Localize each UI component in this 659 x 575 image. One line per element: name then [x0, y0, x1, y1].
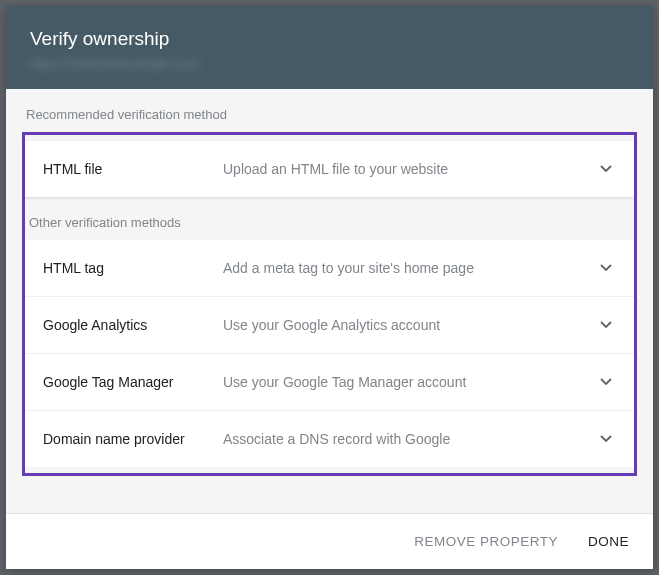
method-description: Use your Google Analytics account — [223, 317, 596, 333]
verify-ownership-dialog: Verify ownership https://redactedexample… — [6, 6, 653, 569]
other-section-label: Other verification methods — [25, 215, 634, 230]
method-name: Google Analytics — [43, 317, 223, 333]
method-name: Domain name provider — [43, 431, 223, 447]
highlight-annotation: HTML file Upload an HTML file to your we… — [22, 132, 637, 476]
method-name: HTML file — [43, 161, 223, 177]
chevron-down-icon — [596, 372, 616, 392]
method-name: HTML tag — [43, 260, 223, 276]
method-domain-provider[interactable]: Domain name provider Associate a DNS rec… — [25, 411, 634, 467]
method-html-tag[interactable]: HTML tag Add a meta tag to your site's h… — [25, 240, 634, 297]
dialog-subtitle: https://redactedexample.com/ — [30, 56, 629, 71]
dialog-header: Verify ownership https://redactedexample… — [6, 6, 653, 89]
method-description: Use your Google Tag Manager account — [223, 374, 596, 390]
chevron-down-icon — [596, 258, 616, 278]
chevron-down-icon — [596, 315, 616, 335]
dialog-body: Recommended verification method HTML fil… — [6, 89, 653, 513]
other-methods-section: Other verification methods HTML tag Add … — [25, 215, 634, 467]
method-description: Add a meta tag to your site's home page — [223, 260, 596, 276]
chevron-down-icon — [596, 429, 616, 449]
dialog-footer: REMOVE PROPERTY DONE — [6, 513, 653, 569]
method-google-analytics[interactable]: Google Analytics Use your Google Analyti… — [25, 297, 634, 354]
method-description: Upload an HTML file to your website — [223, 161, 596, 177]
method-description: Associate a DNS record with Google — [223, 431, 596, 447]
dialog-title: Verify ownership — [30, 28, 629, 50]
method-google-tag-manager[interactable]: Google Tag Manager Use your Google Tag M… — [25, 354, 634, 411]
done-button[interactable]: DONE — [584, 526, 633, 557]
method-name: Google Tag Manager — [43, 374, 223, 390]
chevron-down-icon — [596, 159, 616, 179]
other-methods-list: HTML tag Add a meta tag to your site's h… — [25, 240, 634, 467]
remove-property-button[interactable]: REMOVE PROPERTY — [410, 526, 562, 557]
method-html-file[interactable]: HTML file Upload an HTML file to your we… — [25, 141, 634, 197]
recommended-section-label: Recommended verification method — [22, 107, 637, 122]
